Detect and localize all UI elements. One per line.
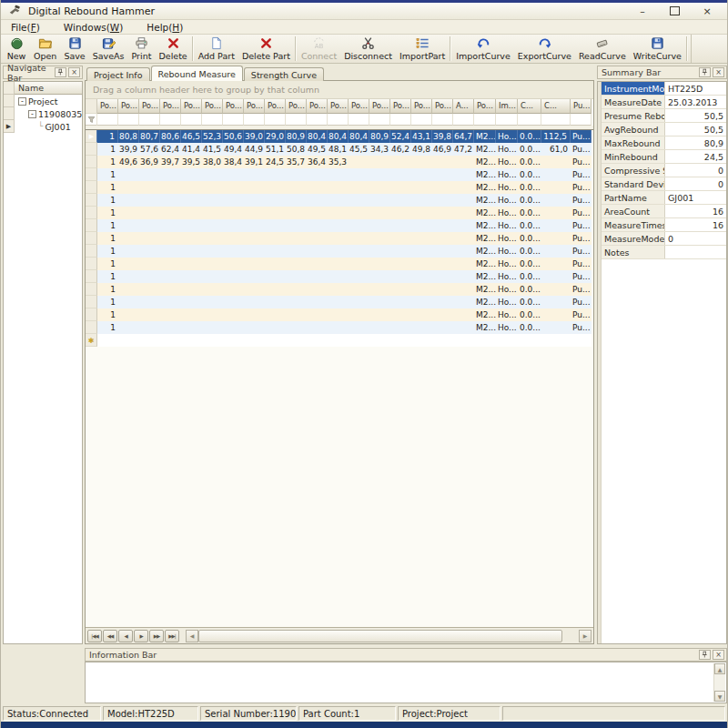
- grid-cell[interactable]: [369, 270, 390, 283]
- grid-cell[interactable]: [118, 283, 139, 296]
- new-button[interactable]: New: [3, 35, 30, 63]
- table-row[interactable]: 1M2...Ho...0.0...Pu...: [86, 194, 593, 207]
- grid-cell[interactable]: [453, 207, 474, 219]
- grid-cell[interactable]: [390, 296, 411, 308]
- grid-cell[interactable]: [474, 334, 496, 347]
- filter-cell[interactable]: [181, 114, 202, 126]
- grid-cell[interactable]: M2...: [474, 130, 496, 143]
- grid-cell[interactable]: [349, 321, 369, 334]
- grid-cell[interactable]: [139, 181, 160, 194]
- grid-cell[interactable]: Ho...: [496, 296, 518, 308]
- grid-cell[interactable]: [160, 232, 181, 245]
- column-header-10[interactable]: Po...: [286, 99, 307, 114]
- grid-cell[interactable]: [307, 232, 328, 245]
- grid-cell[interactable]: [202, 283, 223, 296]
- grid-cell[interactable]: 39,8: [432, 130, 453, 143]
- grid-cell[interactable]: [139, 219, 160, 232]
- grid-cell[interactable]: [223, 181, 244, 194]
- grid-cell[interactable]: [223, 219, 244, 232]
- grid-cell[interactable]: 1: [97, 143, 118, 156]
- grid-cell[interactable]: [160, 181, 181, 194]
- grid-cell[interactable]: [453, 296, 474, 308]
- grid-cell[interactable]: [265, 245, 286, 258]
- grid-cell[interactable]: 46,5: [181, 130, 202, 143]
- table-row[interactable]: 1M2...Ho...0.0...Pu...: [86, 321, 593, 334]
- grid-cell[interactable]: Ho...: [496, 181, 518, 194]
- column-header-21[interactable]: C...: [518, 99, 541, 114]
- grid-cell[interactable]: [244, 245, 265, 258]
- menu-item-help[interactable]: Help(H): [144, 21, 186, 34]
- grid-cell[interactable]: M2...: [474, 270, 496, 283]
- summary-field-value[interactable]: 0: [665, 177, 726, 190]
- grid-cell[interactable]: [202, 194, 223, 207]
- column-header-23[interactable]: Pu...: [571, 99, 592, 114]
- grid-cell[interactable]: [307, 270, 328, 283]
- grid-cell[interactable]: [453, 232, 474, 245]
- grid-cell[interactable]: [265, 270, 286, 283]
- grid-cell[interactable]: [202, 168, 223, 181]
- filter-cell[interactable]: [496, 114, 518, 126]
- tree-node-11908035[interactable]: -11908035: [4, 107, 82, 120]
- grid-cell[interactable]: [160, 321, 181, 334]
- grid-cell[interactable]: [139, 232, 160, 245]
- grid-cell[interactable]: [369, 245, 390, 258]
- grid-cell[interactable]: [160, 194, 181, 207]
- grid-cell[interactable]: [328, 308, 349, 321]
- grid-cell[interactable]: Ho...: [496, 232, 518, 245]
- grid-cell[interactable]: [160, 283, 181, 296]
- grid-cell[interactable]: [328, 270, 349, 283]
- grid-cell[interactable]: 36,9: [139, 156, 160, 168]
- filter-cell[interactable]: [328, 114, 349, 126]
- grid-cell[interactable]: 1: [97, 232, 118, 245]
- grid-cell[interactable]: [390, 258, 411, 270]
- grid-cell[interactable]: Pu...: [571, 232, 592, 245]
- filter-cell[interactable]: [571, 114, 592, 126]
- grid-cell[interactable]: [432, 296, 453, 308]
- grid-cell[interactable]: [349, 245, 369, 258]
- grid-cell[interactable]: [453, 283, 474, 296]
- grid-cell[interactable]: [181, 270, 202, 283]
- grid-cell[interactable]: [139, 308, 160, 321]
- grid-cell[interactable]: [139, 334, 160, 347]
- grid-cell[interactable]: 38,0: [202, 156, 223, 168]
- grid-cell[interactable]: [432, 283, 453, 296]
- grid-cell[interactable]: [307, 283, 328, 296]
- grid-cell[interactable]: 49,8: [411, 143, 432, 156]
- grid-cell[interactable]: Ho...: [496, 270, 518, 283]
- tab-rebound-measure[interactable]: Rebound Measure: [151, 66, 243, 81]
- column-header-7[interactable]: Po...: [223, 99, 244, 114]
- close-icon[interactable]: ×: [68, 67, 80, 77]
- grid-cell[interactable]: [369, 308, 390, 321]
- grid-cell[interactable]: [328, 321, 349, 334]
- grid-cell[interactable]: [432, 245, 453, 258]
- grid-cell[interactable]: [390, 245, 411, 258]
- grid-cell[interactable]: [349, 168, 369, 181]
- grid-cell[interactable]: 1: [97, 194, 118, 207]
- summary-field-value[interactable]: 0: [665, 232, 726, 245]
- grid-cell[interactable]: M2...: [474, 258, 496, 270]
- grid-cell[interactable]: Ho...: [496, 283, 518, 296]
- writecurve-button[interactable]: WriteCurve: [630, 35, 685, 63]
- grid-cell[interactable]: 0.0...: [518, 270, 541, 283]
- grid-cell[interactable]: [181, 334, 202, 347]
- grid-cell[interactable]: [432, 270, 453, 283]
- grid-cell[interactable]: [432, 219, 453, 232]
- grid-cell[interactable]: [265, 168, 286, 181]
- grid-cell[interactable]: [328, 296, 349, 308]
- summary-row-measuredate[interactable]: MeasureDate25.03.2013: [602, 96, 726, 109]
- grid-cell[interactable]: [244, 194, 265, 207]
- filter-cell[interactable]: [97, 114, 118, 126]
- grid-cell[interactable]: [181, 245, 202, 258]
- grid-cell[interactable]: [181, 308, 202, 321]
- exportcurve-button[interactable]: ExportCurve: [514, 35, 575, 63]
- grid-cell[interactable]: 57,6: [139, 143, 160, 156]
- grid-cell[interactable]: 39,7: [160, 156, 181, 168]
- information-content[interactable]: ▲ ▼: [85, 662, 727, 703]
- grid-cell[interactable]: [202, 308, 223, 321]
- grid-cell[interactable]: [571, 334, 592, 347]
- grid-cell[interactable]: [432, 207, 453, 219]
- importcurve-button[interactable]: ImportCurve: [452, 35, 514, 63]
- nav-prev-icon[interactable]: ◀: [118, 630, 133, 642]
- grid-cell[interactable]: [223, 321, 244, 334]
- grid-cell[interactable]: [202, 207, 223, 219]
